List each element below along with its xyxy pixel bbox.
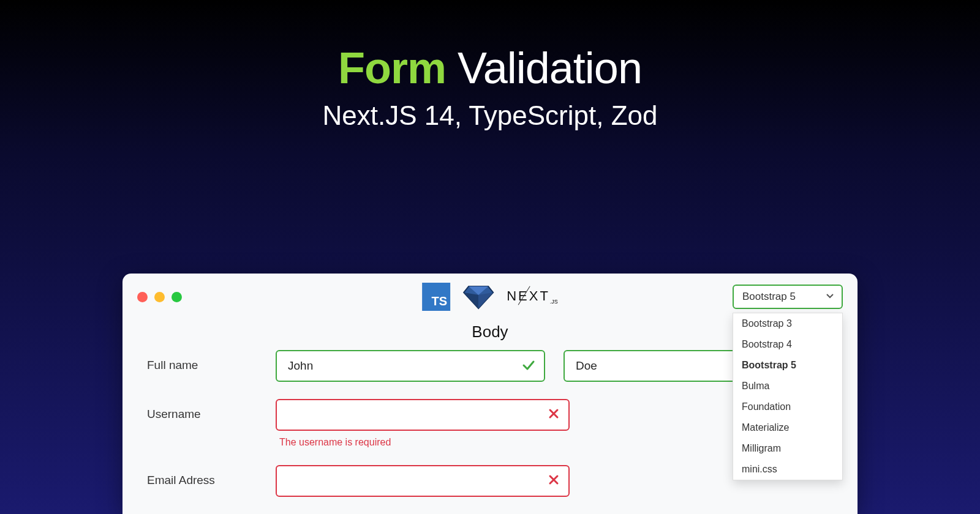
first-name-input[interactable] [276, 350, 545, 382]
chevron-down-icon [826, 291, 834, 303]
window-traffic-lights [137, 292, 182, 302]
fullname-row: Full name [147, 350, 833, 382]
title-rest: Validation [458, 43, 642, 92]
maximize-icon[interactable] [172, 292, 182, 302]
title-highlight: Form [338, 43, 446, 92]
username-row: Username The username is required [147, 399, 833, 448]
framework-dropdown-menu: Bootstrap 3Bootstrap 4Bootstrap 5BulmaFo… [733, 313, 843, 480]
error-icon [548, 474, 560, 490]
framework-dropdown[interactable]: Bootstrap 5 Bootstrap 3Bootstrap 4Bootst… [733, 285, 843, 309]
framework-selected-value: Bootstrap 5 [742, 291, 796, 302]
framework-option[interactable]: Bootstrap 3 [733, 313, 842, 334]
logo-row: TS NEXT.JS [422, 283, 558, 311]
framework-select-trigger[interactable]: Bootstrap 5 [733, 285, 843, 309]
check-icon [522, 359, 535, 376]
username-error: The username is required [276, 437, 570, 448]
typescript-icon: TS [422, 283, 450, 311]
app-window: TS NEXT.JS Bootstrap 5 Bootstrap 3 [123, 274, 858, 514]
framework-option[interactable]: Materialize [733, 417, 842, 438]
framework-option[interactable]: Bootstrap 5 [733, 355, 842, 376]
zod-icon [462, 284, 494, 310]
username-label: Username [147, 399, 257, 421]
username-input[interactable] [276, 399, 570, 431]
close-icon[interactable] [137, 292, 148, 302]
fullname-label: Full name [147, 350, 257, 372]
framework-option[interactable]: Foundation [733, 397, 842, 417]
framework-option[interactable]: Milligram [733, 438, 842, 459]
subtitle: Next.JS 14, TypeScript, Zod [0, 100, 980, 131]
framework-option[interactable]: mini.css [733, 459, 842, 480]
minimize-icon[interactable] [154, 292, 165, 302]
email-label: Email Adress [147, 465, 257, 487]
email-row: Email Adress [147, 465, 833, 497]
error-icon [548, 408, 560, 423]
nextjs-icon: NEXT.JS [507, 288, 558, 305]
framework-option[interactable]: Bootstrap 4 [733, 334, 842, 355]
first-name-field [276, 350, 545, 382]
page-title: Form Validation [0, 43, 980, 93]
email-input[interactable] [276, 465, 570, 497]
window-titlebar: TS NEXT.JS Bootstrap 5 Bootstrap 3 [123, 274, 858, 318]
framework-option[interactable]: Bulma [733, 376, 842, 397]
hero-title-block: Form Validation Next.JS 14, TypeScript, … [0, 0, 980, 131]
